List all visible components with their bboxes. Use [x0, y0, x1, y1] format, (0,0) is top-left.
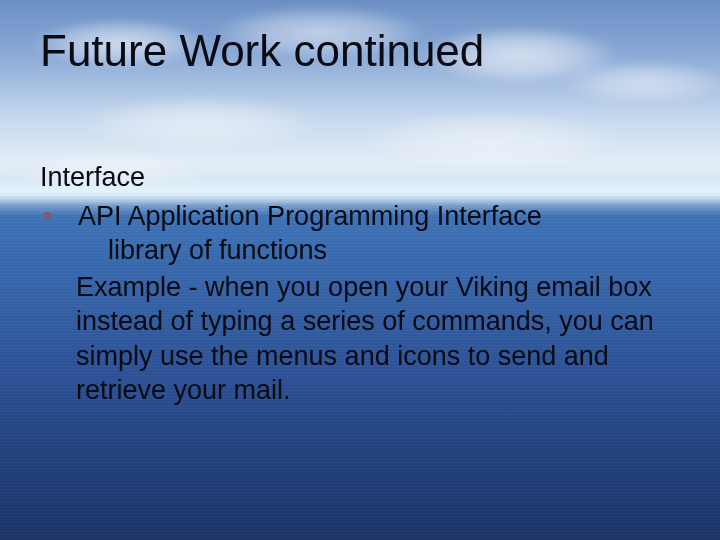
body-subheading: Interface — [40, 160, 680, 195]
example-paragraph: Example - when you open your Viking emai… — [76, 270, 680, 408]
bullet-text: API Application Programming Interface — [78, 199, 680, 234]
bullet-subtext: library of functions — [108, 233, 680, 268]
bullet-dot-icon: • — [40, 199, 78, 232]
bullet-item: • API Application Programming Interface — [40, 199, 680, 234]
slide-body: Interface • API Application Programming … — [40, 160, 680, 408]
slide-title: Future Work continued — [40, 26, 484, 76]
slide-content: Future Work continued Interface • API Ap… — [0, 0, 720, 540]
slide: Future Work continued Interface • API Ap… — [0, 0, 720, 540]
